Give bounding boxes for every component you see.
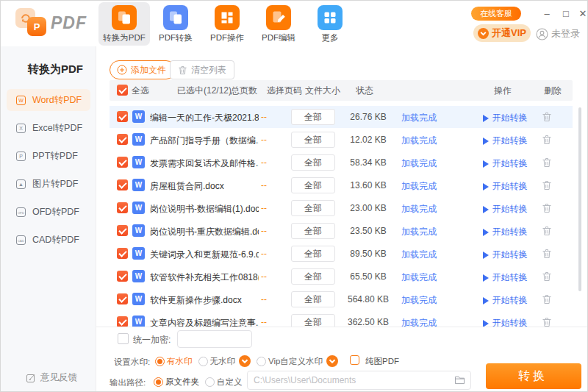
page-range-button[interactable]: 全部	[291, 109, 335, 125]
table-row: W 编辑一天的工作-天极2021.8.... -- 全部 26.76 KB 加载…	[110, 106, 573, 128]
watermark-radio-option[interactable]: Vip自定义水印	[257, 355, 338, 367]
watermark-radio-option[interactable]: 有水印	[155, 356, 193, 367]
radio-icon	[155, 357, 165, 366]
start-convert-button[interactable]: 开始转换	[473, 226, 537, 238]
header-delete: 删除	[532, 80, 573, 101]
page-range-button[interactable]: 全部	[291, 314, 335, 327]
page-range-button[interactable]: 全部	[291, 177, 335, 193]
sidebar-item[interactable]: ▲ 图片转PDF	[7, 173, 90, 195]
row-checkbox[interactable]	[117, 111, 128, 122]
top-tab[interactable]: 更多	[304, 2, 356, 46]
delete-row-button[interactable]	[542, 226, 552, 236]
delete-row-button[interactable]	[542, 157, 552, 168]
row-checkbox[interactable]	[117, 157, 128, 168]
page-range-button[interactable]: 全部	[291, 268, 335, 285]
total-pages-value: --	[253, 180, 275, 190]
file-name: 关键词录入和更新规范-6.9.d...	[150, 249, 259, 261]
add-files-label: 添加文件	[131, 64, 166, 76]
sidebar-item[interactable]: CAD CAD转PDF	[7, 229, 90, 251]
start-convert-button[interactable]: 开始转换	[473, 249, 537, 261]
watermark-options: 有水印 无水印 Vip自定义水印	[155, 354, 338, 368]
row-checkbox[interactable]	[117, 316, 128, 327]
select-all-label: 全选	[132, 80, 149, 101]
output-radio-option[interactable]: 原文件夹	[154, 377, 199, 388]
top-tab[interactable]: 转换为PDF	[98, 2, 150, 46]
svg-text:CAD: CAD	[18, 239, 24, 243]
top-tab[interactable]: PDF转换	[150, 2, 201, 46]
top-tab[interactable]: PDF编辑	[253, 2, 304, 46]
start-convert-button[interactable]: 开始转换	[473, 112, 537, 124]
feedback-button[interactable]: 意见反馈	[26, 371, 77, 384]
clear-list-button[interactable]: 清空列表	[170, 60, 234, 79]
maximize-button[interactable]: □	[559, 7, 573, 21]
select-all-checkbox[interactable]	[117, 85, 128, 96]
start-convert-button[interactable]: 开始转换	[473, 180, 537, 193]
file-size-value: 23.50 KB	[339, 226, 398, 236]
close-button[interactable]: ✕	[576, 7, 588, 21]
watermark-radio-option[interactable]: 无水印	[198, 355, 251, 367]
folder-icon[interactable]	[454, 375, 465, 385]
topbar: P PDF 转换为PDF	[1, 1, 588, 47]
login-label: 未登录	[551, 27, 580, 40]
start-convert-button[interactable]: 开始转换	[473, 271, 537, 284]
watermark-option-label: 有水印	[167, 356, 193, 367]
tab-label: PDF编辑	[262, 32, 295, 43]
start-convert-button[interactable]: 开始转换	[473, 203, 537, 215]
page-range-button[interactable]: 全部	[291, 246, 335, 262]
table-row: W 发票需求回复话术及邮件格... -- 全部 58.34 KB 加载完成 开始…	[110, 152, 573, 174]
start-convert-label: 开始转换	[492, 249, 528, 261]
delete-row-button[interactable]	[542, 249, 552, 259]
options-panel: 统一加密: 设置水印: 有水印 无水印 Vip自定义水印	[96, 327, 588, 392]
start-convert-button[interactable]: 开始转换	[473, 157, 537, 170]
sidebar-item[interactable]: W Word转PDF	[7, 89, 90, 111]
svg-text:W: W	[18, 98, 24, 103]
login-button[interactable]: 未登录	[536, 27, 580, 40]
sidebar-item-label: OFD转PDF	[32, 206, 79, 218]
sidebar-title: 转换为PDF	[28, 63, 83, 76]
row-checkbox[interactable]	[117, 248, 128, 259]
sidebar-item[interactable]: X Excel转PDF	[7, 117, 90, 139]
delete-row-button[interactable]	[542, 135, 552, 145]
delete-row-button[interactable]	[542, 317, 552, 327]
delete-row-button[interactable]	[542, 271, 552, 282]
delete-row-button[interactable]	[542, 294, 552, 304]
output-path-input[interactable]	[247, 371, 471, 390]
vertical-scrollbar[interactable]	[578, 107, 581, 291]
output-radio-option[interactable]: 自定义	[205, 377, 243, 388]
logo-text: PDF	[51, 13, 87, 33]
convert-button[interactable]: 转换	[486, 363, 581, 389]
minimize-button[interactable]: –	[540, 7, 553, 21]
start-convert-button[interactable]: 开始转换	[473, 317, 537, 327]
delete-row-button[interactable]	[542, 112, 552, 122]
unified-encrypt-checkbox[interactable]	[118, 333, 129, 344]
file-name: 文章内容及标题编写注意事...	[150, 317, 259, 327]
pure-image-pdf-checkbox[interactable]	[350, 355, 359, 365]
file-name: 产品部门指导手册（数据编...	[150, 135, 259, 147]
online-service-badge[interactable]: 在线客服	[471, 7, 521, 21]
delete-row-button[interactable]	[542, 203, 552, 213]
sidebar-item[interactable]: P PPT转PDF	[7, 145, 90, 167]
row-checkbox[interactable]	[117, 134, 128, 145]
row-checkbox[interactable]	[117, 202, 128, 213]
page-range-button[interactable]: 全部	[291, 291, 335, 307]
page-range-button[interactable]: 全部	[291, 154, 335, 171]
row-checkbox[interactable]	[117, 179, 128, 190]
sidebar-item[interactable]: OFD OFD转PDF	[7, 201, 90, 223]
vip-gem-icon	[478, 28, 489, 39]
start-convert-button[interactable]: 开始转换	[473, 135, 537, 147]
page-range-button[interactable]: 全部	[291, 223, 335, 239]
start-convert-button[interactable]: 开始转换	[473, 294, 537, 307]
add-files-button[interactable]: 添加文件	[110, 60, 176, 79]
delete-row-button[interactable]	[542, 180, 552, 190]
status-text: 加载完成	[401, 112, 437, 124]
row-checkbox[interactable]	[117, 293, 128, 304]
encrypt-password-input[interactable]	[177, 330, 252, 348]
page-range-button[interactable]: 全部	[291, 132, 335, 148]
watermark-option-label: 无水印	[210, 356, 236, 367]
page-range-button[interactable]: 全部	[291, 200, 335, 216]
top-tab[interactable]: PDF操作	[201, 2, 253, 46]
row-checkbox[interactable]	[117, 225, 128, 236]
open-vip-button[interactable]: 开通VIP	[473, 24, 531, 42]
row-checkbox[interactable]	[117, 271, 128, 282]
status-text: 加载完成	[401, 249, 437, 261]
